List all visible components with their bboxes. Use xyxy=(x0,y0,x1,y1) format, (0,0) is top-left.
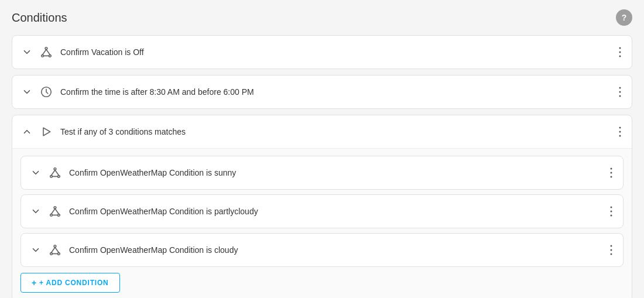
svg-line-39 xyxy=(55,247,59,252)
more-button-time[interactable] xyxy=(615,84,625,100)
condition-card-vacation: Confirm Vacation is Off xyxy=(12,35,632,69)
svg-point-25 xyxy=(611,176,612,178)
svg-point-16 xyxy=(619,135,621,137)
chevron-down-icon xyxy=(30,206,41,217)
chevron-down-icon xyxy=(22,87,32,97)
collapse-button-sunny[interactable] xyxy=(28,165,43,180)
condition-label-sunny: Confirm OpenWeatherMap Condition is sunn… xyxy=(69,168,607,177)
svg-point-15 xyxy=(619,131,621,133)
more-vert-icon xyxy=(619,87,621,97)
plus-icon: + xyxy=(32,278,37,287)
more-vert-icon xyxy=(619,47,621,57)
chevron-down-icon xyxy=(22,47,32,57)
condition-card-time: Confirm the time is after 8:30 AM and be… xyxy=(12,75,632,109)
chevron-down-icon xyxy=(30,167,41,178)
condition-row-partly: Confirm OpenWeatherMap Condition is part… xyxy=(21,195,623,228)
svg-line-30 xyxy=(55,208,59,214)
svg-point-41 xyxy=(611,245,612,247)
svg-point-11 xyxy=(619,91,621,93)
collapse-button-vacation[interactable] xyxy=(19,44,35,60)
condition-card-cloudy: Confirm OpenWeatherMap Condition is clou… xyxy=(20,233,624,267)
more-button-cloudy[interactable] xyxy=(607,242,616,258)
hub-icon-vacation xyxy=(38,44,54,60)
svg-point-8 xyxy=(619,56,621,57)
collapse-button-partly[interactable] xyxy=(28,204,43,219)
more-button-sunny[interactable] xyxy=(607,165,616,180)
add-condition-label: + ADD CONDITION xyxy=(39,279,109,287)
svg-line-38 xyxy=(52,247,55,252)
more-vert-icon xyxy=(610,167,612,178)
svg-point-32 xyxy=(611,207,612,208)
svg-point-6 xyxy=(619,47,621,49)
more-button-vacation[interactable] xyxy=(615,44,625,60)
conditions-page: Conditions ? xyxy=(0,0,644,298)
more-button-group[interactable] xyxy=(615,124,625,139)
help-icon: ? xyxy=(622,13,627,22)
condition-label-partly: Confirm OpenWeatherMap Condition is part… xyxy=(69,207,607,216)
more-button-partly[interactable] xyxy=(607,204,616,219)
condition-card-partly: Confirm OpenWeatherMap Condition is part… xyxy=(20,194,624,228)
play-icon-group xyxy=(38,124,54,140)
collapse-button-time[interactable] xyxy=(19,84,35,100)
condition-label-time: Confirm the time is after 8:30 AM and be… xyxy=(60,87,615,97)
svg-point-42 xyxy=(611,249,612,251)
add-condition-button[interactable]: + + ADD CONDITION xyxy=(20,273,120,293)
collapse-button-group[interactable] xyxy=(19,124,35,139)
chevron-down-icon xyxy=(30,245,41,255)
collapse-button-cloudy[interactable] xyxy=(28,242,43,258)
svg-line-3 xyxy=(43,49,46,54)
clock-icon-time xyxy=(38,84,54,100)
svg-line-20 xyxy=(52,170,55,175)
svg-point-12 xyxy=(619,95,621,97)
group-body: Confirm OpenWeatherMap Condition is sunn… xyxy=(12,148,632,298)
page-header: Conditions ? xyxy=(12,9,632,26)
condition-label-vacation: Confirm Vacation is Off xyxy=(60,47,615,57)
hub-icon-cloudy xyxy=(47,242,63,258)
hub-icon-partly xyxy=(47,203,63,220)
svg-line-21 xyxy=(55,170,59,175)
more-vert-icon xyxy=(619,126,621,137)
svg-point-14 xyxy=(619,127,621,129)
condition-row-sunny: Confirm OpenWeatherMap Condition is sunn… xyxy=(21,156,623,189)
hub-icon-sunny xyxy=(47,165,63,181)
more-vert-icon xyxy=(610,206,612,217)
more-vert-icon xyxy=(610,245,612,255)
condition-row-time: Confirm the time is after 8:30 AM and be… xyxy=(12,76,632,108)
condition-label-cloudy: Confirm OpenWeatherMap Condition is clou… xyxy=(69,245,607,255)
help-button[interactable]: ? xyxy=(616,9,632,26)
svg-point-7 xyxy=(619,52,621,53)
page-title: Conditions xyxy=(12,11,67,25)
svg-point-23 xyxy=(611,168,612,170)
svg-point-24 xyxy=(611,172,612,174)
condition-label-group: Test if any of 3 conditions matches xyxy=(60,127,615,136)
svg-line-29 xyxy=(52,208,55,214)
condition-row-group: Test if any of 3 conditions matches xyxy=(12,115,632,148)
svg-point-10 xyxy=(619,87,621,89)
condition-card-sunny: Confirm OpenWeatherMap Condition is sunn… xyxy=(20,156,624,190)
svg-point-34 xyxy=(611,215,612,217)
svg-marker-13 xyxy=(43,128,50,135)
chevron-up-icon xyxy=(22,126,32,137)
condition-row-vacation: Confirm Vacation is Off xyxy=(12,36,632,68)
svg-point-43 xyxy=(611,254,612,255)
svg-point-33 xyxy=(611,211,612,213)
condition-row-cloudy: Confirm OpenWeatherMap Condition is clou… xyxy=(21,234,623,266)
svg-line-4 xyxy=(46,49,50,54)
condition-card-group: Test if any of 3 conditions matches xyxy=(12,115,632,298)
